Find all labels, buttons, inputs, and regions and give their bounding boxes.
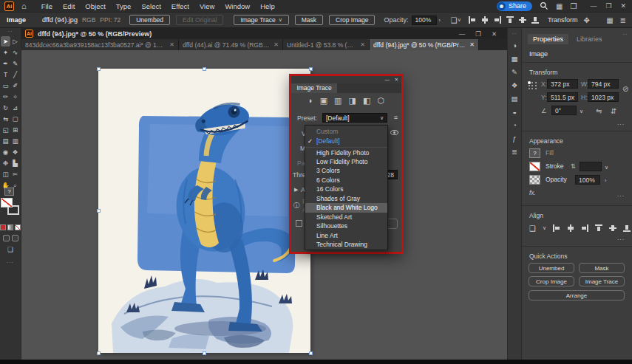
stroke-weight-field[interactable] — [580, 162, 602, 171]
mesh-tool-icon[interactable]: ▤ — [1, 136, 10, 146]
y-field[interactable]: 511.5 px — [547, 92, 578, 102]
w-field[interactable]: 794 px — [588, 79, 619, 89]
blend-tool-icon[interactable]: ❖ — [10, 147, 20, 157]
preset-option[interactable]: Technical Drawing — [305, 240, 387, 250]
slice-tool-icon[interactable]: ✂ — [10, 169, 20, 179]
advanced-arrow-icon[interactable]: ▶ — [294, 187, 298, 193]
artboard-tool-icon[interactable]: ◫ — [1, 169, 10, 179]
panel-opacity-label[interactable]: Opacity — [546, 176, 567, 183]
free-transform-tool-icon[interactable]: ▢ — [10, 114, 20, 124]
transform-panel-link[interactable]: Transform — [548, 16, 578, 24]
selection-handle[interactable] — [97, 351, 101, 355]
scale-tool-icon[interactable]: ⊿ — [10, 103, 20, 113]
document-tab[interactable]: Untitled-1 @ 53.8 % (CMYK/Previe...✕ — [283, 39, 370, 50]
swatches-panel-icon[interactable]: ▦ — [512, 55, 518, 63]
qa-crop-image-button[interactable]: Crop Image — [529, 276, 574, 286]
preset-option[interactable]: 6 Colors — [305, 176, 387, 185]
selection-tool-icon[interactable]: ➤ — [1, 36, 10, 47]
stroke-chevron-icon[interactable]: ∨ — [605, 165, 608, 171]
preset-black-white-icon[interactable]: ◧ — [363, 96, 370, 106]
selection-handle[interactable] — [309, 351, 313, 355]
layers-panel-icon[interactable]: ▤ — [512, 95, 518, 103]
align-more-icon[interactable]: ... — [617, 234, 625, 241]
gradient-tool-icon[interactable]: ▥ — [10, 136, 20, 146]
doc-minimize-icon[interactable]: — — [459, 30, 466, 38]
gradient-panel-icon[interactable]: ◒ — [512, 108, 517, 116]
tab-close-icon[interactable]: ✕ — [360, 41, 365, 48]
menu-effect[interactable]: Effect — [167, 1, 194, 11]
align-horizontal-left-icon[interactable] — [553, 224, 560, 232]
width-tool-icon[interactable]: ⇆ — [1, 114, 10, 124]
flip-vertical-icon[interactable]: ⇵ — [611, 107, 616, 115]
panel-minimize-icon[interactable]: — — [385, 77, 390, 82]
rectangle-tool-icon[interactable]: ▭ — [1, 80, 10, 91]
document-tab[interactable]: dffd (94).jpg* @ 50 % (RGB/Preview)✕ — [370, 39, 479, 50]
view-eye-icon[interactable] — [390, 130, 398, 135]
align-to-selection-icon[interactable]: ❑ — [451, 16, 458, 24]
stroke-swatch[interactable] — [529, 162, 540, 171]
menu-window[interactable]: Window — [220, 1, 254, 11]
align-to-chevron[interactable]: ∨ — [543, 225, 546, 231]
h-field[interactable]: 1023 px — [588, 92, 619, 102]
curvature-tool-icon[interactable]: ✎ — [10, 58, 20, 69]
tab-libraries[interactable]: Libraries — [571, 34, 608, 44]
align-vertical-bottom-icon[interactable] — [531, 16, 539, 24]
preset-option[interactable]: Silhouettes — [305, 222, 387, 231]
appearance-more-icon[interactable]: ... — [617, 190, 625, 198]
panel-menu-icon[interactable]: ≣ — [620, 16, 626, 24]
workspace-icon[interactable]: ▦ — [606, 16, 613, 24]
pencil-tool-icon[interactable]: ✏ — [1, 92, 10, 102]
shaper-tool-icon[interactable]: ✧ — [10, 92, 20, 102]
preset-low-color-icon[interactable]: ▥ — [334, 96, 342, 106]
selection-handle[interactable] — [97, 67, 101, 71]
doc-close-icon[interactable]: ✕ — [492, 30, 497, 38]
draw-normal-mode-icon[interactable] — [3, 235, 10, 241]
type-tool-icon[interactable]: T — [1, 69, 10, 80]
dock-expand-dots[interactable]: .. — [508, 30, 521, 37]
opacity-expand-icon[interactable]: › — [439, 18, 441, 23]
preset-grayscale-icon[interactable]: ◨ — [349, 96, 356, 106]
selection-handle[interactable] — [97, 209, 101, 213]
align-vertical-top-icon[interactable] — [506, 16, 514, 24]
color-button[interactable] — [0, 224, 6, 230]
align-horizontal-center-icon[interactable] — [481, 16, 489, 24]
preset-option[interactable]: High Fidelity Photo — [305, 147, 387, 157]
column-graph-tool-icon[interactable]: ▙ — [10, 158, 20, 168]
eyedropper-tool-icon[interactable]: ◉ — [1, 147, 10, 157]
rotate-chevron-icon[interactable]: ∨ — [580, 109, 583, 114]
document-tab[interactable]: dffd (44).ai @ 71.49 % (RGB/Previe...✕ — [179, 39, 283, 50]
transparency-panel-icon[interactable]: ◔ — [512, 121, 517, 129]
preset-outline-icon[interactable]: ⬡ — [377, 96, 384, 106]
align-to-icon[interactable]: ❑ — [529, 224, 536, 233]
align-horizontal-right-icon[interactable] — [494, 16, 501, 24]
gradient-button[interactable] — [7, 224, 13, 230]
rotate-field[interactable]: 0° — [551, 106, 577, 115]
qa-image-trace-button[interactable]: Image Trace — [579, 276, 625, 286]
lasso-tool-icon[interactable]: ∿ — [10, 47, 20, 58]
preset-option[interactable]: Low Fidelity Photo — [305, 157, 387, 167]
qa-mask-button[interactable]: Mask — [579, 263, 625, 273]
tab-close-icon[interactable]: ✕ — [169, 41, 174, 48]
align-to-chevron-icon[interactable]: ∨ — [458, 17, 461, 23]
tab-properties[interactable]: Properties — [528, 34, 568, 44]
tab-close-icon[interactable]: ✕ — [273, 41, 279, 48]
panel-opacity-field[interactable]: 100% — [575, 175, 600, 185]
preset-high-color-icon[interactable]: ▣ — [320, 96, 327, 106]
align-horizontal-center-icon[interactable] — [567, 224, 574, 232]
flip-horizontal-icon[interactable]: ⇋ — [596, 107, 602, 115]
opacity-swatch[interactable] — [529, 175, 540, 185]
toolbar-more-dots[interactable]: ... — [0, 259, 21, 266]
arrange-documents-icon[interactable]: ❐ — [570, 2, 577, 10]
align-vertical-center-icon[interactable] — [609, 224, 616, 232]
menu-select[interactable]: Select — [137, 1, 165, 11]
panel-close-icon[interactable]: ✕ — [395, 77, 398, 83]
doc-restore-icon[interactable]: ❐ — [475, 30, 481, 38]
reference-point-locator[interactable] — [528, 80, 537, 90]
fill-none-swatch[interactable] — [1, 198, 13, 207]
menu-view[interactable]: View — [195, 1, 219, 11]
color-panel-icon[interactable]: ◑ — [512, 41, 517, 49]
tab-close-icon[interactable]: ✕ — [469, 41, 475, 48]
preset-option[interactable]: Black and White Logo — [305, 203, 387, 213]
image-trace-dropdown-button[interactable]: Image Trace ∨ — [234, 15, 288, 25]
align-vertical-center-icon[interactable] — [519, 16, 526, 24]
